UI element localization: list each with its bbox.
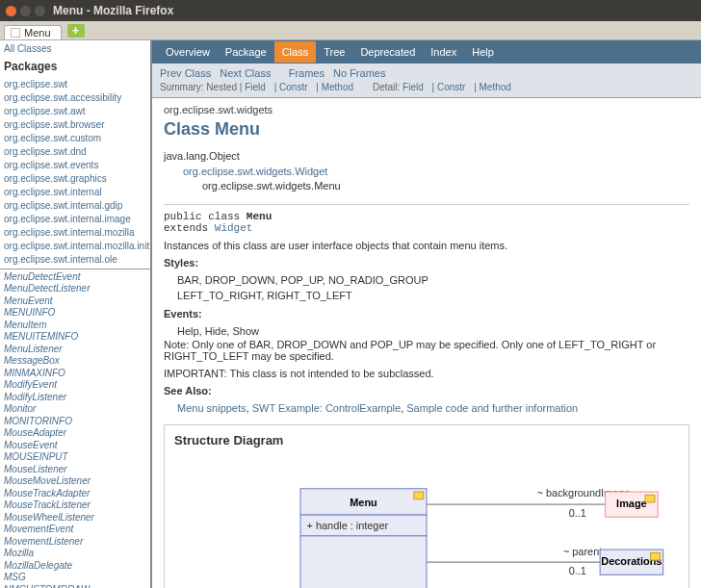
package-name: org.eclipse.swt.widgets [164,104,689,115]
detail-field-link[interactable]: Field [402,82,424,92]
class-link[interactable]: MENUINFO [4,307,146,320]
summary-field-link[interactable]: Field [245,82,266,92]
package-link[interactable]: org.eclipse.swt.browser [4,118,146,132]
new-tab-button[interactable]: + [67,24,85,38]
superclass-link[interactable]: Widget [215,222,253,234]
nav-deprecated[interactable]: Deprecated [352,41,423,63]
class-link[interactable]: MouseMoveListener [4,475,146,488]
packages-heading: Packages [4,59,146,75]
nav-help[interactable]: Help [464,41,502,63]
svg-rect-2 [300,535,427,588]
package-link[interactable]: org.eclipse.swt.internal.ole [4,253,146,267]
see-also-link[interactable]: SWT Example: ControlExample [252,402,401,414]
browser-tab-active[interactable]: Menu [4,25,62,39]
window-controls [6,6,45,16]
all-classes-link[interactable]: All Classes [4,42,146,56]
class-link[interactable]: MessageBox [4,355,146,368]
package-link[interactable]: org.eclipse.swt.graphics [4,172,146,186]
class-link[interactable]: MozillaDelegate [4,560,146,573]
prev-class-link[interactable]: Prev Class [160,67,211,79]
inherit-l2: org.eclipse.swt.widgets.Menu [202,179,689,193]
styles-heading: Styles: [164,257,689,268]
class-link[interactable]: NMCUSTOMDRAW [4,584,146,588]
minimize-icon[interactable] [20,6,31,16]
nav-overview[interactable]: Overview [158,41,218,63]
javadoc-navbar: OverviewPackageClassTreeDeprecatedIndexH… [152,40,701,64]
close-icon[interactable] [6,6,16,16]
package-link[interactable]: org.eclipse.swt [4,78,146,91]
see-also-link[interactable]: Menu snippets [177,402,247,414]
package-link[interactable]: org.eclipse.swt.awt [4,105,146,118]
no-frames-link[interactable]: No Frames [333,67,385,79]
class-link[interactable]: MONITORINFO [4,416,146,428]
next-class-link[interactable]: Next Class [220,67,271,79]
uml-field: + handle : integer [307,520,389,531]
maximize-icon[interactable] [35,6,45,16]
class-link[interactable]: MouseEvent [4,440,146,452]
class-link[interactable]: Mozilla [4,548,146,560]
uml-class-name: Menu [350,497,376,508]
inheritance-tree: java.lang.Object org.eclipse.swt.widgets… [164,149,689,193]
package-link[interactable]: org.eclipse.swt.internal.gdip [4,199,146,213]
window-titlebar: Menu - Mozilla Firefox [0,0,701,21]
class-link[interactable]: MouseTrackListener [4,499,146,512]
class-link[interactable]: MOUSEINPUT [4,451,146,464]
class-list-frame[interactable]: MenuDetectEventMenuDetectListenerMenuEve… [0,269,150,588]
divider [164,204,689,205]
class-link[interactable]: MouseAdapter [4,427,146,440]
class-link[interactable]: MenuEvent [4,295,146,308]
package-link[interactable]: org.eclipse.swt.internal.mozilla.init [4,240,146,253]
class-link[interactable]: MouseWheelListener [4,512,146,524]
summary-constr-link[interactable]: Constr [279,82,307,92]
nav-tree[interactable]: Tree [316,41,352,63]
package-link[interactable]: org.eclipse.swt.internal [4,186,146,199]
class-link[interactable]: MenuDetectEvent [4,271,146,284]
see-also-links: Menu snippets, SWT Example: ControlExamp… [177,400,689,417]
class-link[interactable]: MENUITEMINFO [4,331,146,344]
class-link[interactable]: ModifyEvent [4,379,146,392]
class-link[interactable]: MouseTrackAdapter [4,488,146,500]
package-link[interactable]: org.eclipse.swt.dnd [4,145,146,159]
detail-method-link[interactable]: Method [480,82,511,92]
browser-tabstrip: Menu + [0,21,701,40]
structure-diagram-heading: Structure Diagram [174,433,679,447]
class-link[interactable]: MenuListener [4,344,146,356]
package-list-frame: All Classes Packages org.eclipse.swtorg.… [0,40,150,269]
detail-constr-link[interactable]: Constr [437,82,465,92]
nav-package[interactable]: Package [218,41,274,63]
package-link[interactable]: org.eclipse.swt.accessibility [4,91,146,105]
class-link[interactable]: MouseListener [4,464,146,476]
class-link[interactable]: MenuItem [4,320,146,332]
styles-line-2: LEFT_TO_RIGHT, RIGHT_TO_LEFT [177,288,689,304]
class-link[interactable]: ModifyListener [4,392,146,404]
class-link[interactable]: MenuDetectListener [4,283,146,295]
class-link[interactable]: MovementEvent [4,524,146,536]
package-link[interactable]: org.eclipse.swt.internal.image [4,213,146,226]
svg-rect-5 [645,495,655,502]
events-heading: Events: [164,308,689,320]
see-also-heading: See Also: [164,385,689,396]
javadoc-content[interactable]: org.eclipse.swt.widgets Class Menu java.… [152,98,701,588]
style-note: Note: Only one of BAR, DROP_DOWN and POP… [164,339,689,362]
structure-diagram-panel: Structure Diagram Menu + handle : intege… [164,424,689,588]
package-link[interactable]: org.eclipse.swt.internal.mozilla [4,226,146,240]
workspace: All Classes Packages org.eclipse.swtorg.… [0,40,701,588]
content-frame: OverviewPackageClassTreeDeprecatedIndexH… [152,40,701,588]
class-link[interactable]: MINMAXINFO [4,368,146,380]
class-link[interactable]: Monitor [4,403,146,416]
package-link[interactable]: org.eclipse.swt.events [4,159,146,172]
class-description: Instances of this class are user interfa… [164,240,689,251]
package-link[interactable]: org.eclipse.swt.custom [4,132,146,145]
favicon-icon [11,28,20,38]
class-declaration: public class Menu extends Widget [164,211,689,234]
see-also-link[interactable]: Sample code and further information [406,402,578,414]
nav-index[interactable]: Index [423,41,464,63]
svg-rect-3 [414,492,424,499]
inherit-l1-link[interactable]: org.eclipse.swt.widgets.Widget [183,166,327,177]
frames-link[interactable]: Frames [289,67,325,79]
class-link[interactable]: MovementListener [4,536,146,549]
class-link[interactable]: MSG [4,572,146,584]
summary-method-link[interactable]: Method [322,82,353,92]
nav-class[interactable]: Class [274,41,317,63]
left-frame: All Classes Packages org.eclipse.swtorg.… [0,40,152,588]
